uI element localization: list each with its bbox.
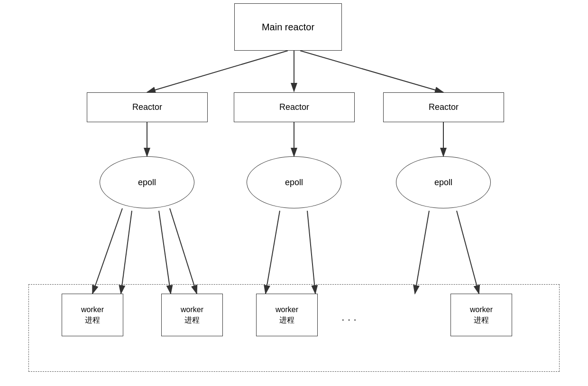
worker3-node: worker 进程 [256,294,318,336]
worker4-node: worker 进程 [450,294,512,336]
svg-line-8 [121,211,132,294]
svg-line-9 [159,211,171,294]
svg-line-12 [307,211,315,294]
svg-line-3 [300,51,443,92]
diagram: Main reactor Reactor Reactor Reactor epo… [0,0,588,386]
svg-line-10 [170,208,197,294]
reactor1-node: Reactor [87,92,208,122]
epoll2-node: epoll [247,156,341,208]
reactor3-node: Reactor [383,92,504,122]
svg-line-13 [415,211,429,294]
epoll1-node: epoll [100,156,194,208]
ellipsis-label: ··· [341,313,359,326]
svg-line-11 [266,211,280,294]
svg-line-7 [92,208,122,294]
main-reactor-node: Main reactor [234,3,342,51]
epoll3-node: epoll [396,156,491,208]
worker2-node: worker 进程 [161,294,223,336]
worker1-node: worker 进程 [62,294,123,336]
svg-line-14 [457,211,479,294]
svg-line-1 [147,51,288,92]
reactor2-node: Reactor [234,92,355,122]
